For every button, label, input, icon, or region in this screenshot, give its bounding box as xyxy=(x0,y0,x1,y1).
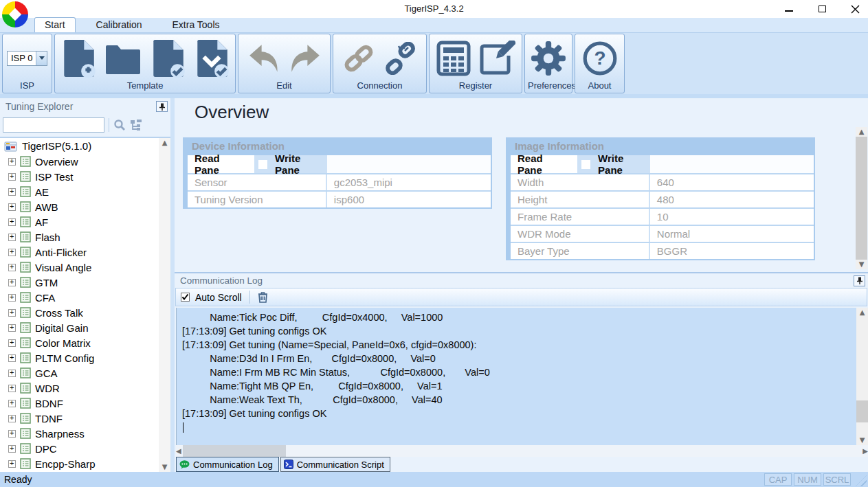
scroll-up-icon[interactable]: ▲ xyxy=(860,309,865,316)
expand-plus-icon[interactable] xyxy=(8,445,16,453)
tab-calibration[interactable]: Calibration xyxy=(87,18,152,32)
explorer-pin-button[interactable] xyxy=(156,101,168,112)
tree-item[interactable]: Color Matrix xyxy=(0,335,170,350)
tree-item[interactable]: AE xyxy=(0,184,170,199)
scroll-left-icon[interactable]: ◀ xyxy=(176,448,181,455)
log-output[interactable]: Name:Tick Poc Diff, CfgId=0x4000, Val=10… xyxy=(176,308,856,445)
tree-item[interactable]: DPC xyxy=(0,441,170,456)
expand-plus-icon[interactable] xyxy=(8,415,16,422)
device-write-pane-tab[interactable]: Write Pane xyxy=(271,152,327,176)
scroll-down-icon[interactable]: ▼ xyxy=(162,464,168,471)
filter-tree-button[interactable] xyxy=(130,119,142,131)
about-button[interactable]: ? xyxy=(581,40,619,77)
tree-item[interactable]: AF xyxy=(0,214,170,229)
scroll-down-icon[interactable]: ▼ xyxy=(859,261,865,268)
tree-item[interactable]: Overview xyxy=(0,154,170,169)
isp-select-arrow-button[interactable] xyxy=(36,52,47,65)
scrollbar-thumb[interactable] xyxy=(183,445,286,457)
expand-plus-icon[interactable] xyxy=(8,294,16,302)
device-read-pane-tab[interactable]: Read Pane xyxy=(188,155,254,173)
image-read-pane-tab[interactable]: Read Pane xyxy=(511,155,577,173)
expand-plus-icon[interactable] xyxy=(8,324,16,332)
search-button[interactable] xyxy=(113,119,126,131)
expand-plus-icon[interactable] xyxy=(8,234,16,241)
scroll-up-icon[interactable]: ▲ xyxy=(162,139,168,146)
tree-item[interactable]: CFA xyxy=(0,290,170,305)
scrollbar-thumb[interactable] xyxy=(856,137,867,260)
tree-item[interactable]: BDNF xyxy=(0,396,170,411)
overview-scrollbar[interactable]: ▲ ▼ xyxy=(856,127,867,269)
expand-plus-icon[interactable] xyxy=(8,460,16,468)
tree-item[interactable]: Encpp-Sharp xyxy=(0,456,170,471)
expand-plus-icon[interactable] xyxy=(8,249,16,256)
tree-item[interactable]: ISP Test xyxy=(0,169,170,184)
auto-scroll-checkbox[interactable] xyxy=(181,293,190,302)
scroll-up-icon[interactable]: ▲ xyxy=(859,128,865,135)
tree-item[interactable]: GCA xyxy=(0,365,170,381)
expand-plus-icon[interactable] xyxy=(8,430,16,438)
expand-plus-icon[interactable] xyxy=(8,173,16,181)
expand-plus-icon[interactable] xyxy=(8,203,16,211)
tree-scrollbar[interactable]: ▲ ▼ xyxy=(159,138,170,472)
expand-plus-icon[interactable] xyxy=(8,309,16,317)
close-button[interactable] xyxy=(850,4,860,14)
isp-select[interactable]: ISP 0 xyxy=(7,51,47,66)
log-line: [17:13:09] Get tuning configs OK xyxy=(182,324,856,338)
tree-item[interactable]: Flash xyxy=(0,229,170,245)
row-value: Normal xyxy=(650,228,814,240)
tree-item[interactable]: Cross Talk xyxy=(0,305,170,320)
redo-button[interactable] xyxy=(288,43,321,73)
tree-item[interactable]: WDR xyxy=(0,381,170,396)
expand-plus-icon[interactable] xyxy=(8,339,16,347)
register-edit-button[interactable] xyxy=(478,41,515,76)
expand-plus-icon[interactable] xyxy=(8,385,16,392)
import-template-button[interactable] xyxy=(193,38,230,78)
tree-root-item[interactable]: TigerISP(5.1.0) xyxy=(0,138,170,154)
scroll-down-icon[interactable]: ▼ xyxy=(860,437,865,444)
tab-extra-tools[interactable]: Extra Tools xyxy=(163,18,230,32)
disconnect-button[interactable] xyxy=(383,42,419,75)
search-input[interactable] xyxy=(3,117,104,133)
status-bar: Ready CAP NUM SCRL xyxy=(0,472,868,487)
tree-item[interactable]: GTM xyxy=(0,275,170,290)
log-horizontal-scrollbar[interactable]: ◀ ▶ xyxy=(176,445,868,457)
tree-item[interactable]: Sharpness xyxy=(0,426,170,441)
scrollbar-thumb[interactable] xyxy=(856,400,868,422)
expand-plus-icon[interactable] xyxy=(8,279,16,286)
tab-start[interactable]: Start xyxy=(34,17,76,32)
new-template-button[interactable] xyxy=(60,38,97,78)
maximize-button[interactable] xyxy=(817,4,827,14)
file-add-icon xyxy=(60,38,97,78)
expand-plus-icon[interactable] xyxy=(8,188,16,196)
preferences-button[interactable] xyxy=(530,40,567,77)
expand-plus-icon[interactable] xyxy=(8,354,16,362)
expand-plus-icon[interactable] xyxy=(8,218,16,226)
undo-button[interactable] xyxy=(248,43,281,73)
table-row: Width 640 xyxy=(511,173,814,190)
tab-communication-log[interactable]: Communication Log xyxy=(176,457,279,472)
tree-item[interactable]: Visual Angle xyxy=(0,260,170,275)
expand-plus-icon[interactable] xyxy=(8,370,16,377)
open-template-button[interactable] xyxy=(104,41,142,76)
minimize-button[interactable] xyxy=(784,4,794,14)
tree-item[interactable]: PLTM Config xyxy=(0,350,170,365)
help-icon: ? xyxy=(581,40,619,77)
image-write-pane-tab[interactable]: Write Pane xyxy=(594,152,650,176)
tree-item[interactable]: Anti-Flicker xyxy=(0,245,170,260)
list-page-icon xyxy=(20,247,31,258)
tree-item[interactable]: Digital Gain xyxy=(0,320,170,335)
tree-item[interactable]: TDNF xyxy=(0,411,170,426)
scroll-right-icon[interactable]: ▶ xyxy=(863,448,868,455)
clear-log-button[interactable] xyxy=(258,291,268,303)
register-table-button[interactable] xyxy=(436,41,471,76)
tree-item[interactable]: AWB xyxy=(0,199,170,214)
expand-plus-icon[interactable] xyxy=(8,158,16,166)
expand-plus-icon[interactable] xyxy=(8,400,16,407)
comm-log-pin-button[interactable] xyxy=(854,275,865,286)
tab-communication-script[interactable]: Communication Script xyxy=(280,457,390,472)
connect-button[interactable] xyxy=(341,42,377,75)
expand-plus-icon[interactable] xyxy=(8,264,16,271)
resize-grip[interactable] xyxy=(856,475,867,486)
log-vertical-scrollbar[interactable]: ▲ ▼ xyxy=(856,308,868,445)
save-template-button[interactable] xyxy=(149,38,186,78)
